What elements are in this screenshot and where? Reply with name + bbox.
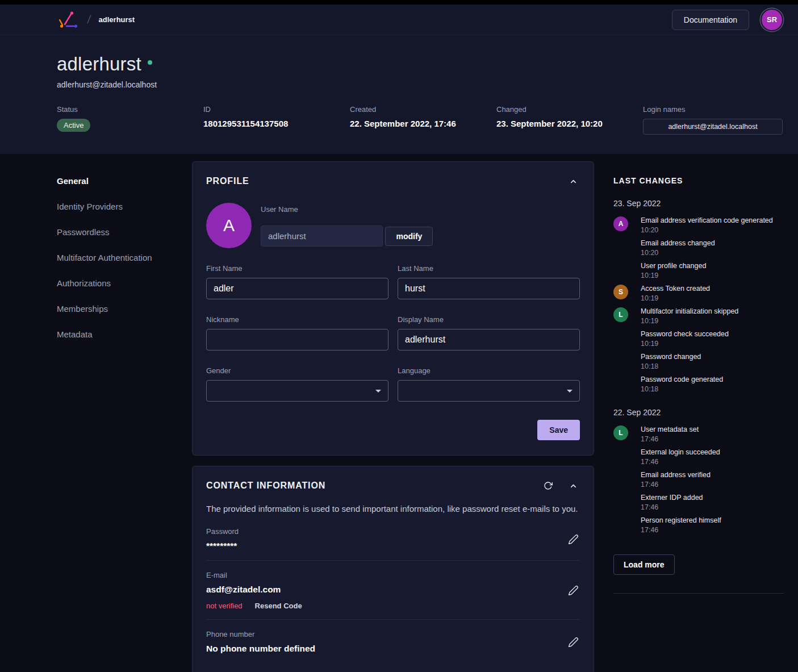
event-title: Email address changed <box>641 239 715 248</box>
sidebar-item-metadata[interactable]: Metadata <box>57 322 192 347</box>
password-value: ********* <box>206 541 239 551</box>
event-avatar-slot <box>613 470 641 490</box>
event-time: 17:46 <box>641 525 721 535</box>
page-title: adlerhurst <box>57 53 141 75</box>
event-body: User metadata set17:46 <box>641 425 699 444</box>
event-avatar-slot: A <box>613 216 641 235</box>
breadcrumb-separator: / <box>86 13 91 26</box>
email-status-row: not verified Resend Code <box>206 602 302 610</box>
timeline-event: AEmail address verification code generat… <box>613 216 784 235</box>
event-body: Email address verification code generate… <box>641 216 773 235</box>
user-meta-row: Status Active ID 180129531154137508 Crea… <box>57 105 783 135</box>
sidebar-item-general[interactable]: General <box>57 168 192 194</box>
sidebar-item-authorizations[interactable]: Authorizations <box>57 270 192 296</box>
changed-value: 23. September 2022, 10:20 <box>496 119 643 128</box>
sidebar-item-identity-providers[interactable]: Identity Providers <box>57 194 192 219</box>
event-body: Multifactor initialization skipped10:19 <box>641 307 738 326</box>
zitadel-logo-icon[interactable] <box>57 10 80 30</box>
event-title: Access Token created <box>641 284 710 294</box>
user-menu-avatar[interactable]: SR <box>762 10 782 30</box>
meta-id: ID 180129531154137508 <box>203 105 350 128</box>
profile-card-title: PROFILE <box>206 176 555 186</box>
display-name-input[interactable] <box>398 329 580 350</box>
created-value: 22. September 2022, 17:46 <box>350 119 496 128</box>
event-body: Email address changed10:20 <box>641 239 715 258</box>
user-email: adlerhurst@zitadel.localhost <box>57 80 783 89</box>
documentation-button[interactable]: Documentation <box>672 10 749 30</box>
event-title: Password changed <box>641 352 701 362</box>
timeline-event: LUser metadata set17:46 <box>613 425 784 444</box>
first-name-label: First Name <box>206 264 388 273</box>
status-dot-icon <box>148 60 152 65</box>
event-avatar-slot <box>613 375 641 394</box>
login-name-chip[interactable]: adlerhurst@zitadel.localhost <box>643 119 783 135</box>
event-time: 10:20 <box>641 226 773 235</box>
event-avatar: L <box>613 425 628 440</box>
event-body: Person registered himself17:46 <box>641 516 721 535</box>
edit-email-icon[interactable] <box>566 584 580 598</box>
sidebar-item-multifactor-authentication[interactable]: Multifactor Authentication <box>57 245 192 270</box>
chevron-up-icon[interactable] <box>566 174 580 188</box>
gender-select[interactable] <box>206 380 388 402</box>
first-name-input[interactable] <box>206 278 388 299</box>
event-title: Password check succeeded <box>641 329 729 339</box>
event-time: 17:46 <box>641 503 703 512</box>
resend-code-link[interactable]: Resend Code <box>255 602 302 610</box>
event-avatar: S <box>613 285 628 299</box>
event-time: 17:46 <box>641 435 699 444</box>
event-body: Password changed10:18 <box>641 352 701 372</box>
save-button[interactable]: Save <box>537 420 580 440</box>
email-label: E-mail <box>206 571 302 579</box>
gender-label: Gender <box>206 366 388 375</box>
profile-card-header: PROFILE <box>206 174 580 188</box>
modify-button[interactable]: modify <box>385 227 433 246</box>
event-title: Externer IDP added <box>641 493 703 503</box>
display-name-label: Display Name <box>398 315 580 324</box>
edit-password-icon[interactable] <box>566 532 580 546</box>
content-layout: GeneralIdentity ProvidersPasswordlessMul… <box>0 154 798 672</box>
password-row: Password ********* <box>206 518 580 559</box>
last-changes-panel: LAST CHANGES 23. Sep 2022AEmail address … <box>613 161 784 672</box>
event-title: Email address verification code generate… <box>641 216 773 226</box>
event-body: Password code generated10:18 <box>641 375 723 394</box>
refresh-icon[interactable] <box>541 479 555 492</box>
user-name-label: User Name <box>261 205 433 214</box>
last-changes-title: LAST CHANGES <box>613 176 784 185</box>
sidebar-item-passwordless[interactable]: Passwordless <box>57 219 192 245</box>
chevron-down-icon <box>567 390 573 393</box>
event-avatar-slot: S <box>613 284 641 303</box>
load-more-button[interactable]: Load more <box>613 554 675 575</box>
profile-top-row: A User Name modify <box>206 203 580 248</box>
event-time: 10:20 <box>641 248 715 258</box>
user-name-block: User Name modify <box>261 203 433 248</box>
timeline-event: External login succeeded17:46 <box>613 448 784 467</box>
contact-card-title: CONTACT INFORMATION <box>206 481 530 491</box>
event-body: Access Token created10:19 <box>641 284 710 303</box>
email-status: not verified <box>206 602 243 610</box>
edit-phone-icon[interactable] <box>566 635 580 649</box>
timeline-event: Email address changed10:20 <box>613 239 784 258</box>
last-name-input[interactable] <box>398 278 580 299</box>
contact-card-header: CONTACT INFORMATION <box>206 479 580 492</box>
email-row: E-mail asdf@zitadel.com not verified Res… <box>206 562 580 618</box>
breadcrumb[interactable]: adlerhurst <box>99 15 135 24</box>
chevron-up-icon[interactable] <box>566 479 580 492</box>
timeline-event: User profile changed10:19 <box>613 261 784 281</box>
event-avatar-slot: L <box>613 307 641 326</box>
meta-status: Status Active <box>57 105 203 132</box>
last-name-label: Last Name <box>398 264 580 273</box>
nickname-field: Nickname <box>206 315 388 350</box>
sidebar-item-memberships[interactable]: Memberships <box>57 296 192 322</box>
event-body: External login succeeded17:46 <box>641 448 720 467</box>
event-title: User profile changed <box>641 261 706 271</box>
phone-value: No phone number defined <box>206 644 315 654</box>
timeline-event: LMultifactor initialization skipped10:19 <box>613 307 784 326</box>
status-badge: Active <box>57 119 90 132</box>
user-name-input[interactable] <box>261 226 383 247</box>
last-name-field: Last Name <box>398 264 580 299</box>
nickname-input[interactable] <box>206 329 388 350</box>
event-body: Externer IDP added17:46 <box>641 493 703 512</box>
id-label: ID <box>203 105 350 114</box>
divider <box>206 619 580 620</box>
language-select[interactable] <box>398 380 580 402</box>
